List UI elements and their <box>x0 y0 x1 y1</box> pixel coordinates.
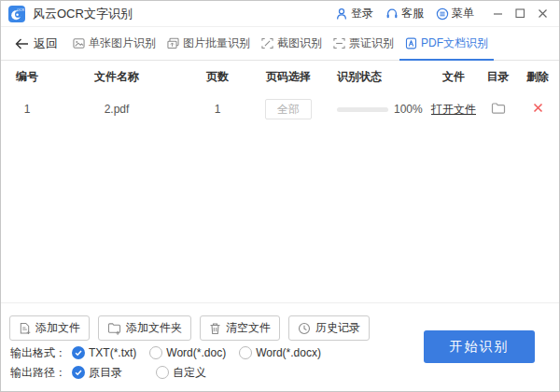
radio-unchecked-icon <box>156 366 169 379</box>
app-window: OCR 风云OCR文字识别 登录 客服 菜单 返回 单张图片识别 <box>0 0 560 392</box>
row-status: 100% <box>322 103 426 116</box>
tab-label: PDF文档识别 <box>421 35 488 51</box>
col-header-status: 识别状态 <box>322 69 426 85</box>
tab-bar: 返回 单张图片识别 图片批量识别 截图识别 票证识别 PDF文档识别 <box>1 27 559 61</box>
col-header-directory: 目录 <box>482 69 514 85</box>
history-label: 历史记录 <box>315 320 360 336</box>
clear-files-label: 清空文件 <box>226 320 271 336</box>
delete-x-icon[interactable] <box>533 103 543 113</box>
add-file-icon <box>19 322 31 335</box>
pdf-icon <box>405 37 417 49</box>
add-folder-button[interactable]: 添加文件夹 <box>98 315 191 341</box>
progress-text: 100% <box>394 103 423 116</box>
history-icon <box>298 322 311 335</box>
footer-divider <box>1 302 559 303</box>
table-row: 1 2.pdf 1 全部 100% 打开文件 <box>1 92 559 126</box>
ticket-icon <box>333 37 345 49</box>
radio-option-original-dir[interactable]: 原目录 <box>72 365 122 381</box>
col-header-file: 文件 <box>426 69 482 85</box>
output-format-row: 输出格式： TXT(*.txt) Word(*.doc) Word(*.docx… <box>10 345 334 360</box>
login-button[interactable]: 登录 <box>335 6 373 21</box>
output-path-label: 输出路径： <box>10 365 66 381</box>
back-button[interactable]: 返回 <box>15 27 58 60</box>
progress-bar <box>337 107 388 112</box>
app-logo-icon: OCR <box>8 6 25 22</box>
radio-checked-icon <box>72 346 85 359</box>
tab-label: 图片批量识别 <box>183 35 250 51</box>
col-header-number: 编号 <box>1 69 53 85</box>
radio-checked-icon <box>72 366 85 379</box>
user-icon <box>335 7 348 21</box>
menu-label: 菜单 <box>452 6 474 21</box>
col-header-pages: 页数 <box>180 69 255 85</box>
window-controls <box>486 3 553 25</box>
tab-ticket[interactable]: 票证识别 <box>328 27 399 61</box>
open-file-link[interactable]: 打开文件 <box>431 103 476 116</box>
history-button[interactable]: 历史记录 <box>288 315 370 341</box>
col-header-filename: 文件名称 <box>53 69 180 85</box>
headset-icon <box>385 7 399 21</box>
start-recognition-button[interactable]: 开始识别 <box>424 330 535 363</box>
clear-files-button[interactable]: 清空文件 <box>200 315 280 341</box>
screenshot-icon <box>261 37 273 49</box>
customer-service-button[interactable]: 客服 <box>385 6 424 21</box>
radio-unchecked-icon <box>239 346 252 359</box>
tab-single-image[interactable]: 单张图片识别 <box>67 27 161 61</box>
page-select-dropdown[interactable]: 全部 <box>265 99 312 119</box>
tab-screenshot[interactable]: 截图识别 <box>256 27 328 61</box>
maximize-icon[interactable] <box>509 3 531 25</box>
col-header-page-select: 页码选择 <box>255 69 322 85</box>
back-label: 返回 <box>34 35 58 52</box>
radio-option-custom-dir[interactable]: 自定义 <box>156 365 206 381</box>
svg-text:OCR: OCR <box>17 7 24 11</box>
add-file-label: 添加文件 <box>35 320 80 336</box>
radio-option-word-docx[interactable]: Word(*.docx) <box>239 346 321 359</box>
radio-label: Word(*.docx) <box>256 346 321 359</box>
add-folder-icon <box>107 322 121 335</box>
close-icon[interactable] <box>531 3 553 25</box>
add-folder-label: 添加文件夹 <box>126 320 182 336</box>
radio-unchecked-icon <box>149 346 162 359</box>
titlebar: OCR 风云OCR文字识别 登录 客服 菜单 <box>1 1 559 27</box>
login-label: 登录 <box>351 6 373 21</box>
batch-images-icon <box>167 37 179 49</box>
table-header: 编号 文件名称 页数 页码选择 识别状态 文件 目录 删除 <box>1 61 559 92</box>
radio-label: 原目录 <box>89 365 122 381</box>
arrow-left-icon <box>15 38 29 49</box>
radio-option-txt[interactable]: TXT(*.txt) <box>72 346 136 359</box>
minimize-icon[interactable] <box>486 3 509 25</box>
output-path-row: 输出路径： 原目录 自定义 <box>10 365 240 380</box>
radio-label: TXT(*.txt) <box>89 346 136 359</box>
single-image-icon <box>73 37 85 49</box>
row-filename: 2.pdf <box>53 103 180 116</box>
customer-service-label: 客服 <box>401 6 424 21</box>
add-file-button[interactable]: 添加文件 <box>9 315 90 341</box>
row-pages: 1 <box>180 103 255 116</box>
footer-toolbar: 添加文件 添加文件夹 清空文件 历史记录 <box>9 315 370 341</box>
tab-label: 单张图片识别 <box>89 35 156 51</box>
radio-label: 自定义 <box>173 365 206 381</box>
tab-label: 票证识别 <box>349 35 394 51</box>
folder-icon[interactable] <box>491 102 506 115</box>
row-number: 1 <box>1 103 53 116</box>
output-format-label: 输出格式： <box>10 345 66 361</box>
menu-button[interactable]: 菜单 <box>436 6 474 21</box>
menu-icon <box>436 7 449 21</box>
col-header-delete: 删除 <box>514 69 560 85</box>
tab-label: 截图识别 <box>277 35 322 51</box>
trash-icon <box>209 322 221 335</box>
radio-label: Word(*.doc) <box>166 346 226 359</box>
window-title: 风云OCR文字识别 <box>33 6 133 22</box>
tab-batch-images[interactable]: 图片批量识别 <box>161 27 256 61</box>
tab-pdf[interactable]: PDF文档识别 <box>399 27 494 61</box>
radio-option-word-doc[interactable]: Word(*.doc) <box>149 346 226 359</box>
